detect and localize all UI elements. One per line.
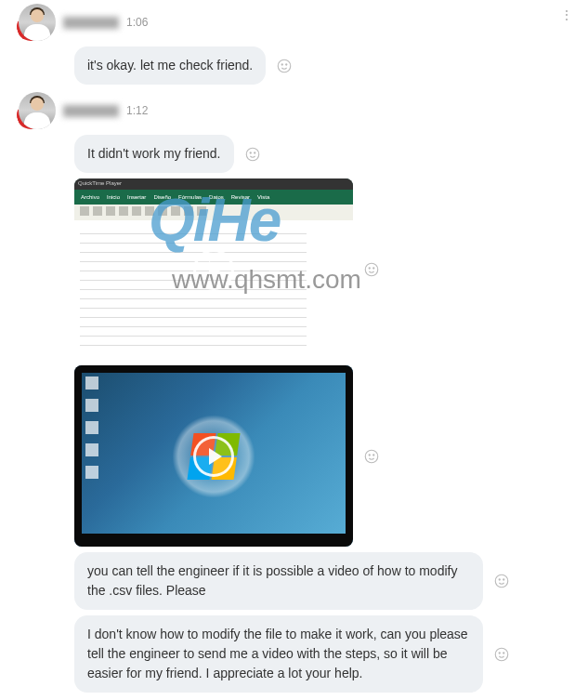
avatar[interactable] <box>19 4 56 41</box>
message-bubble[interactable]: you can tell the engineer if it is possi… <box>74 552 483 610</box>
avatar[interactable] <box>19 92 56 129</box>
svg-point-9 <box>365 450 378 463</box>
react-button[interactable] <box>243 145 262 164</box>
svg-point-2 <box>286 63 287 64</box>
svg-point-17 <box>503 652 504 653</box>
svg-point-14 <box>503 579 504 580</box>
react-button[interactable] <box>492 645 511 664</box>
message-bubble[interactable]: it's okay. let me check friend. <box>74 46 266 85</box>
message-group: 1:06 it's okay. let me check friend. <box>7 4 581 85</box>
svg-point-11 <box>373 454 374 455</box>
svg-point-4 <box>250 152 251 152</box>
svg-point-0 <box>279 59 292 73</box>
sender-name <box>63 17 119 29</box>
react-button[interactable] <box>362 260 381 279</box>
message-timestamp: 1:12 <box>126 104 148 117</box>
video-attachment[interactable] <box>74 365 353 547</box>
message-timestamp: 1:06 <box>126 16 148 29</box>
video-attachment[interactable]: QuickTime Player ArchivoInicioInsertarDi… <box>74 178 353 360</box>
svg-point-16 <box>499 652 500 653</box>
svg-point-1 <box>281 63 282 64</box>
react-button[interactable] <box>275 57 294 75</box>
sender-name <box>63 105 119 117</box>
svg-point-3 <box>246 148 259 161</box>
message-group: 1:12 It didn't work my friend. QuickTime… <box>7 92 581 693</box>
play-icon[interactable] <box>193 249 234 290</box>
react-button[interactable] <box>492 572 511 590</box>
react-button[interactable] <box>362 447 381 466</box>
svg-point-6 <box>365 263 378 276</box>
play-icon[interactable] <box>193 436 234 477</box>
svg-point-5 <box>254 152 255 152</box>
svg-point-10 <box>369 454 370 455</box>
svg-point-15 <box>495 648 508 661</box>
message-bubble[interactable]: I don't know how to modify the file to m… <box>74 615 483 693</box>
svg-point-7 <box>369 267 370 268</box>
message-bubble[interactable]: It didn't work my friend. <box>74 135 234 173</box>
svg-point-8 <box>373 267 374 268</box>
svg-point-13 <box>499 579 500 580</box>
svg-point-12 <box>495 575 508 588</box>
